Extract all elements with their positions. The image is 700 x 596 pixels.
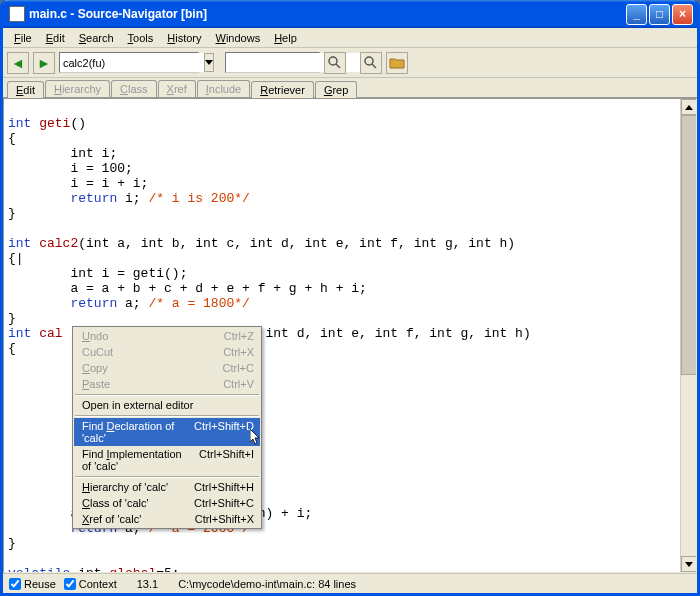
context-label: Context	[79, 578, 117, 590]
tab-xref[interactable]: Xref	[158, 80, 196, 97]
context-menu-item: UndoCtrl+Z	[74, 328, 260, 344]
context-menu-item[interactable]: Hierarchy of 'calc'Ctrl+Shift+H	[74, 479, 260, 495]
app-window: main.c - Source-Navigator [bin] _ □ × Fi…	[0, 0, 700, 596]
svg-point-2	[365, 57, 373, 65]
menu-edit[interactable]: Edit	[39, 30, 72, 46]
close-button[interactable]: ×	[672, 4, 693, 25]
context-menu-separator	[75, 476, 259, 477]
code-editor[interactable]: int geti() { int i; i = 100; i = i + i; …	[3, 98, 697, 573]
arrow-right-icon: ►	[37, 55, 51, 71]
menu-help[interactable]: Help	[267, 30, 304, 46]
context-menu-item: CuCutCtrl+X	[74, 344, 260, 360]
reuse-checkbox[interactable]: Reuse	[9, 578, 56, 590]
context-menu-item[interactable]: Find Implementation of 'calc'Ctrl+Shift+…	[74, 446, 260, 474]
tab-class[interactable]: Class	[111, 80, 157, 97]
tab-include[interactable]: Include	[197, 80, 250, 97]
menubar: FileEditSearchToolsHistoryWindowsHelp	[3, 28, 697, 48]
filter-input[interactable]	[226, 53, 370, 72]
context-menu-item[interactable]: Open in external editor	[74, 397, 260, 413]
forward-button[interactable]: ►	[33, 52, 55, 74]
search-button-2[interactable]	[360, 52, 382, 74]
tab-grep[interactable]: Grep	[315, 81, 357, 98]
context-menu-separator	[75, 415, 259, 416]
menu-tools[interactable]: Tools	[121, 30, 161, 46]
maximize-button[interactable]: □	[649, 4, 670, 25]
search-button[interactable]	[324, 52, 346, 74]
open-folder-button[interactable]	[386, 52, 408, 74]
reuse-checkbox-input[interactable]	[9, 578, 21, 590]
symbol-combo[interactable]	[59, 52, 199, 73]
search-icon	[327, 55, 343, 71]
tab-hierarchy[interactable]: Hierarchy	[45, 80, 110, 97]
context-menu: UndoCtrl+ZCuCutCtrl+XCopyCtrl+CPasteCtrl…	[72, 326, 262, 529]
context-menu-item: PasteCtrl+V	[74, 376, 260, 392]
reuse-label: Reuse	[24, 578, 56, 590]
context-menu-item[interactable]: Class of 'calc'Ctrl+Shift+C	[74, 495, 260, 511]
menu-file[interactable]: File	[7, 30, 39, 46]
svg-line-3	[372, 64, 376, 68]
svg-line-1	[336, 64, 340, 68]
statusbar: Reuse Context 13.1 C:\mycode\demo-int\ma…	[3, 573, 697, 593]
file-path: C:\mycode\demo-int\main.c: 84 lines	[178, 578, 356, 590]
context-checkbox[interactable]: Context	[64, 578, 117, 590]
app-icon	[9, 6, 25, 22]
arrow-left-icon: ◄	[11, 55, 25, 71]
titlebar[interactable]: main.c - Source-Navigator [bin] _ □ ×	[3, 0, 697, 28]
filter-combo[interactable]	[225, 52, 320, 73]
menu-windows[interactable]: Windows	[209, 30, 268, 46]
folder-icon	[389, 55, 405, 71]
chevron-down-icon	[205, 60, 213, 65]
back-button[interactable]: ◄	[7, 52, 29, 74]
menu-search[interactable]: Search	[72, 30, 121, 46]
tab-retriever[interactable]: Retriever	[251, 81, 314, 98]
tabbar: EditHierarchyClassXrefIncludeRetrieverGr…	[3, 78, 697, 98]
tab-edit[interactable]: Edit	[7, 81, 44, 98]
svg-point-0	[329, 57, 337, 65]
context-checkbox-input[interactable]	[64, 578, 76, 590]
context-menu-item: CopyCtrl+C	[74, 360, 260, 376]
combo-dropdown-button[interactable]	[204, 53, 214, 72]
context-menu-item[interactable]: Find Declaration of 'calc'Ctrl+Shift+D	[74, 418, 260, 446]
menu-history[interactable]: History	[160, 30, 208, 46]
toolbar: ◄ ►	[3, 48, 697, 78]
context-menu-item[interactable]: Xref of 'calc'Ctrl+Shift+X	[74, 511, 260, 527]
symbol-input[interactable]	[60, 53, 204, 72]
window-title: main.c - Source-Navigator [bin]	[29, 7, 626, 21]
context-menu-separator	[75, 394, 259, 395]
minimize-button[interactable]: _	[626, 4, 647, 25]
search-icon	[363, 55, 379, 71]
cursor-position: 13.1	[137, 578, 158, 590]
